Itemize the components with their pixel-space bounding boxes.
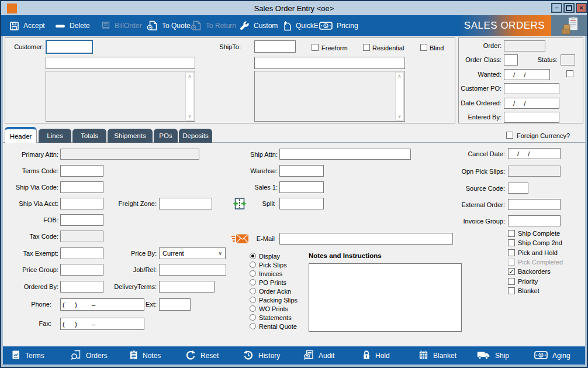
sales-orders-module-icon[interactable]: [551, 15, 588, 36]
blanket-button[interactable]: Blanket: [418, 347, 456, 364]
job-rel-input[interactable]: [159, 264, 226, 276]
freight-zone-input[interactable]: [159, 198, 212, 209]
opn-pick-slips-input[interactable]: [508, 166, 561, 177]
title-bar: Sales Order Entry <oe> – ×: [1, 1, 587, 15]
radio-invoices[interactable]: [250, 270, 256, 277]
shipto-code-input[interactable]: [254, 40, 296, 53]
fax-input[interactable]: [60, 318, 144, 330]
status-input[interactable]: [561, 54, 575, 66]
tab-totals[interactable]: Totals: [72, 129, 106, 143]
external-order-input[interactable]: [508, 199, 561, 210]
scroll-up-icon[interactable]: ∧: [398, 74, 402, 79]
tab-pos[interactable]: POs: [154, 129, 178, 143]
price-by-select[interactable]: Current ∨: [159, 247, 226, 259]
blanket-checkbox[interactable]: [508, 287, 515, 294]
invoice-group-input[interactable]: [508, 215, 561, 226]
entered-by-input[interactable]: [504, 112, 559, 123]
history-button[interactable]: History: [243, 347, 280, 364]
primary-attn-input[interactable]: [60, 149, 199, 160]
blind-checkbox[interactable]: [420, 44, 427, 51]
order-class-input[interactable]: [504, 54, 518, 66]
hold-button[interactable]: Hold: [362, 347, 390, 364]
to-quote-button[interactable]: To Quote: [147, 15, 191, 36]
ship-comp-2nd-checkbox[interactable]: [508, 239, 515, 246]
radio-display[interactable]: [250, 253, 256, 259]
shipto-name-input[interactable]: [254, 57, 405, 69]
maximize-button[interactable]: [563, 3, 575, 13]
radio-statements[interactable]: [250, 314, 256, 321]
order-number-input[interactable]: [504, 40, 545, 51]
shipto-address-textarea[interactable]: ∧ ∨: [254, 71, 405, 122]
radio-pick-slips[interactable]: [250, 262, 256, 268]
email-input[interactable]: [279, 233, 453, 245]
cancel-date-input[interactable]: [508, 148, 561, 159]
radio-wo-prints[interactable]: [250, 305, 256, 312]
wanted-date-input[interactable]: [504, 69, 550, 80]
fob-input[interactable]: [60, 214, 103, 226]
backorders-checkbox[interactable]: ✓: [508, 268, 515, 275]
ship-via-code-input[interactable]: [60, 181, 103, 193]
residential-checkbox[interactable]: [363, 44, 370, 51]
scroll-down-icon[interactable]: ∨: [398, 114, 402, 119]
orders-button[interactable]: Orders: [71, 347, 108, 364]
ordered-by-input[interactable]: [60, 281, 103, 293]
customer-address-scrollbar[interactable]: ∧ ∨: [185, 72, 194, 121]
radio-po-prints[interactable]: [250, 279, 256, 286]
aging-button[interactable]: $ Aging: [534, 347, 570, 364]
scroll-down-icon[interactable]: ∨: [188, 114, 192, 119]
billorder-button[interactable]: BillOrder: [101, 15, 142, 36]
custom-button[interactable]: Custom: [240, 15, 278, 36]
customer-name-input[interactable]: [46, 57, 195, 69]
tax-code-input[interactable]: [60, 231, 103, 242]
accept-button[interactable]: Accept: [9, 15, 45, 36]
terms-button[interactable]: Terms: [11, 347, 44, 364]
delete-button[interactable]: Delete: [55, 15, 90, 36]
ship-via-acct-input[interactable]: [60, 198, 103, 209]
warehse-input[interactable]: [279, 165, 324, 177]
tab-deposits[interactable]: Deposits: [179, 129, 212, 143]
delivery-terms-input[interactable]: [159, 281, 215, 293]
radio-rental-quote[interactable]: [250, 323, 256, 329]
email-icon[interactable]: [231, 233, 249, 247]
split-input[interactable]: [279, 198, 324, 209]
ext-input[interactable]: [159, 298, 191, 311]
tax-exempt-input[interactable]: [60, 247, 103, 259]
pricing-button[interactable]: $ Pricing: [319, 15, 358, 36]
customer-address-textarea[interactable]: ∧ ∨: [46, 71, 195, 122]
date-ordered-input[interactable]: [504, 98, 559, 109]
radio-packing-slips[interactable]: [250, 297, 256, 303]
pick-and-hold-checkbox[interactable]: [508, 249, 515, 256]
tab-lines[interactable]: Lines: [39, 129, 71, 143]
terms-code-input[interactable]: [60, 165, 103, 177]
scroll-up-icon[interactable]: ∧: [188, 74, 192, 79]
truck-icon: [477, 350, 490, 362]
freeform-checkbox[interactable]: [312, 44, 319, 51]
split-icon[interactable]: [233, 197, 247, 213]
ship-attn-input[interactable]: [279, 149, 411, 160]
ship-button[interactable]: Ship: [477, 347, 509, 364]
tab-header[interactable]: Header: [5, 127, 37, 143]
minimize-button[interactable]: –: [551, 3, 562, 13]
source-code-input[interactable]: [508, 183, 528, 194]
phone-input[interactable]: [60, 298, 144, 311]
notes-button[interactable]: Notes: [129, 347, 161, 364]
reset-button[interactable]: Reset: [185, 347, 219, 364]
shipto-label: ShipTo:: [210, 43, 241, 51]
customer-code-input[interactable]: [46, 40, 93, 54]
price-group-input[interactable]: [60, 264, 103, 276]
quicke-button[interactable]: QuickE: [283, 15, 319, 36]
to-return-button[interactable]: To Return: [191, 15, 236, 36]
customer-po-input[interactable]: [504, 83, 559, 94]
tab-shipments[interactable]: Shipments: [108, 129, 153, 143]
radio-order-ackn[interactable]: [250, 288, 256, 294]
ship-complete-checkbox[interactable]: [508, 230, 515, 237]
sales1-input[interactable]: [279, 181, 324, 193]
wanted-checkbox[interactable]: [566, 70, 573, 77]
shipto-address-scrollbar[interactable]: ∧ ∨: [395, 72, 404, 121]
foreign-currency-checkbox[interactable]: [506, 132, 513, 139]
close-button[interactable]: ×: [576, 3, 587, 13]
priority-checkbox[interactable]: [508, 278, 515, 285]
notes-textarea[interactable]: [309, 263, 462, 332]
hold-label: Hold: [375, 352, 390, 360]
audit-button[interactable]: Audit: [303, 347, 334, 364]
